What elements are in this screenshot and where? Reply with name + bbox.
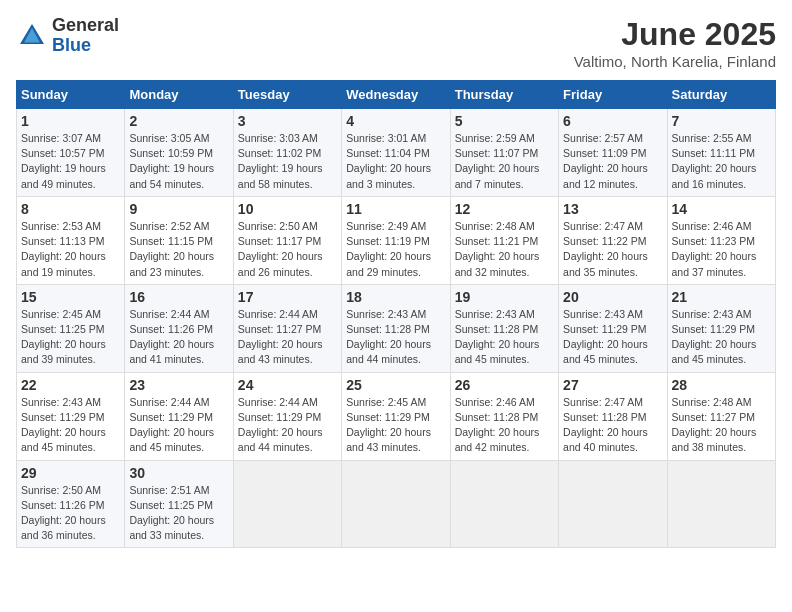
day-cell: 19Sunrise: 2:43 AMSunset: 11:28 PMDaylig… — [450, 284, 558, 372]
day-number: 8 — [21, 201, 120, 217]
day-number: 12 — [455, 201, 554, 217]
day-info: Sunrise: 2:44 AMSunset: 11:29 PMDaylight… — [238, 395, 337, 456]
day-cell: 18Sunrise: 2:43 AMSunset: 11:28 PMDaylig… — [342, 284, 450, 372]
day-number: 2 — [129, 113, 228, 129]
header-cell-tuesday: Tuesday — [233, 81, 341, 109]
header-cell-sunday: Sunday — [17, 81, 125, 109]
day-number: 25 — [346, 377, 445, 393]
day-cell: 1Sunrise: 3:07 AMSunset: 10:57 PMDayligh… — [17, 109, 125, 197]
day-cell: 2Sunrise: 3:05 AMSunset: 10:59 PMDayligh… — [125, 109, 233, 197]
day-cell: 4Sunrise: 3:01 AMSunset: 11:04 PMDayligh… — [342, 109, 450, 197]
day-number: 24 — [238, 377, 337, 393]
day-cell: 9Sunrise: 2:52 AMSunset: 11:15 PMDayligh… — [125, 196, 233, 284]
day-cell: 30Sunrise: 2:51 AMSunset: 11:25 PMDaylig… — [125, 460, 233, 548]
day-cell: 13Sunrise: 2:47 AMSunset: 11:22 PMDaylig… — [559, 196, 667, 284]
day-number: 27 — [563, 377, 662, 393]
day-info: Sunrise: 3:01 AMSunset: 11:04 PMDaylight… — [346, 131, 445, 192]
week-row-2: 8Sunrise: 2:53 AMSunset: 11:13 PMDayligh… — [17, 196, 776, 284]
day-info: Sunrise: 2:44 AMSunset: 11:29 PMDaylight… — [129, 395, 228, 456]
day-info: Sunrise: 2:59 AMSunset: 11:07 PMDaylight… — [455, 131, 554, 192]
day-info: Sunrise: 2:46 AMSunset: 11:23 PMDaylight… — [672, 219, 771, 280]
day-number: 20 — [563, 289, 662, 305]
day-number: 19 — [455, 289, 554, 305]
day-number: 6 — [563, 113, 662, 129]
week-row-3: 15Sunrise: 2:45 AMSunset: 11:25 PMDaylig… — [17, 284, 776, 372]
day-cell — [450, 460, 558, 548]
logo-text: General Blue — [52, 16, 119, 56]
day-info: Sunrise: 2:46 AMSunset: 11:28 PMDaylight… — [455, 395, 554, 456]
day-cell: 14Sunrise: 2:46 AMSunset: 11:23 PMDaylig… — [667, 196, 775, 284]
day-number: 17 — [238, 289, 337, 305]
day-number: 5 — [455, 113, 554, 129]
day-info: Sunrise: 2:49 AMSunset: 11:19 PMDaylight… — [346, 219, 445, 280]
header: General Blue June 2025 Valtimo, North Ka… — [16, 16, 776, 70]
day-info: Sunrise: 2:48 AMSunset: 11:27 PMDaylight… — [672, 395, 771, 456]
day-cell: 20Sunrise: 2:43 AMSunset: 11:29 PMDaylig… — [559, 284, 667, 372]
logo-general: General — [52, 16, 119, 36]
day-info: Sunrise: 2:48 AMSunset: 11:21 PMDaylight… — [455, 219, 554, 280]
header-row: SundayMondayTuesdayWednesdayThursdayFrid… — [17, 81, 776, 109]
day-info: Sunrise: 2:51 AMSunset: 11:25 PMDaylight… — [129, 483, 228, 544]
header-cell-wednesday: Wednesday — [342, 81, 450, 109]
day-info: Sunrise: 2:43 AMSunset: 11:28 PMDaylight… — [455, 307, 554, 368]
day-number: 9 — [129, 201, 228, 217]
month-title: June 2025 — [574, 16, 776, 53]
day-info: Sunrise: 2:55 AMSunset: 11:11 PMDaylight… — [672, 131, 771, 192]
location-title: Valtimo, North Karelia, Finland — [574, 53, 776, 70]
day-number: 13 — [563, 201, 662, 217]
day-info: Sunrise: 2:44 AMSunset: 11:27 PMDaylight… — [238, 307, 337, 368]
day-number: 30 — [129, 465, 228, 481]
day-cell: 24Sunrise: 2:44 AMSunset: 11:29 PMDaylig… — [233, 372, 341, 460]
day-info: Sunrise: 2:43 AMSunset: 11:29 PMDaylight… — [563, 307, 662, 368]
day-info: Sunrise: 2:57 AMSunset: 11:09 PMDaylight… — [563, 131, 662, 192]
day-info: Sunrise: 2:52 AMSunset: 11:15 PMDaylight… — [129, 219, 228, 280]
day-info: Sunrise: 3:03 AMSunset: 11:02 PMDaylight… — [238, 131, 337, 192]
day-cell — [342, 460, 450, 548]
day-cell: 6Sunrise: 2:57 AMSunset: 11:09 PMDayligh… — [559, 109, 667, 197]
day-cell: 23Sunrise: 2:44 AMSunset: 11:29 PMDaylig… — [125, 372, 233, 460]
day-info: Sunrise: 2:45 AMSunset: 11:29 PMDaylight… — [346, 395, 445, 456]
day-cell: 16Sunrise: 2:44 AMSunset: 11:26 PMDaylig… — [125, 284, 233, 372]
day-number: 4 — [346, 113, 445, 129]
week-row-4: 22Sunrise: 2:43 AMSunset: 11:29 PMDaylig… — [17, 372, 776, 460]
day-cell: 5Sunrise: 2:59 AMSunset: 11:07 PMDayligh… — [450, 109, 558, 197]
day-cell — [559, 460, 667, 548]
day-info: Sunrise: 2:44 AMSunset: 11:26 PMDaylight… — [129, 307, 228, 368]
day-info: Sunrise: 2:53 AMSunset: 11:13 PMDaylight… — [21, 219, 120, 280]
day-cell: 3Sunrise: 3:03 AMSunset: 11:02 PMDayligh… — [233, 109, 341, 197]
day-number: 7 — [672, 113, 771, 129]
day-cell: 27Sunrise: 2:47 AMSunset: 11:28 PMDaylig… — [559, 372, 667, 460]
day-info: Sunrise: 2:43 AMSunset: 11:28 PMDaylight… — [346, 307, 445, 368]
day-cell: 10Sunrise: 2:50 AMSunset: 11:17 PMDaylig… — [233, 196, 341, 284]
day-number: 1 — [21, 113, 120, 129]
day-number: 15 — [21, 289, 120, 305]
day-number: 21 — [672, 289, 771, 305]
header-cell-monday: Monday — [125, 81, 233, 109]
day-info: Sunrise: 3:07 AMSunset: 10:57 PMDaylight… — [21, 131, 120, 192]
day-number: 18 — [346, 289, 445, 305]
day-number: 22 — [21, 377, 120, 393]
day-number: 23 — [129, 377, 228, 393]
day-info: Sunrise: 2:50 AMSunset: 11:17 PMDaylight… — [238, 219, 337, 280]
logo-icon — [16, 20, 48, 52]
day-cell: 17Sunrise: 2:44 AMSunset: 11:27 PMDaylig… — [233, 284, 341, 372]
day-cell: 12Sunrise: 2:48 AMSunset: 11:21 PMDaylig… — [450, 196, 558, 284]
week-row-1: 1Sunrise: 3:07 AMSunset: 10:57 PMDayligh… — [17, 109, 776, 197]
day-number: 16 — [129, 289, 228, 305]
day-info: Sunrise: 2:47 AMSunset: 11:22 PMDaylight… — [563, 219, 662, 280]
week-row-5: 29Sunrise: 2:50 AMSunset: 11:26 PMDaylig… — [17, 460, 776, 548]
day-number: 26 — [455, 377, 554, 393]
day-info: Sunrise: 2:45 AMSunset: 11:25 PMDaylight… — [21, 307, 120, 368]
header-cell-saturday: Saturday — [667, 81, 775, 109]
logo: General Blue — [16, 16, 119, 56]
day-info: Sunrise: 2:50 AMSunset: 11:26 PMDaylight… — [21, 483, 120, 544]
day-info: Sunrise: 2:43 AMSunset: 11:29 PMDaylight… — [21, 395, 120, 456]
day-info: Sunrise: 2:43 AMSunset: 11:29 PMDaylight… — [672, 307, 771, 368]
day-cell: 26Sunrise: 2:46 AMSunset: 11:28 PMDaylig… — [450, 372, 558, 460]
day-cell: 8Sunrise: 2:53 AMSunset: 11:13 PMDayligh… — [17, 196, 125, 284]
day-number: 28 — [672, 377, 771, 393]
logo-blue: Blue — [52, 36, 119, 56]
day-number: 10 — [238, 201, 337, 217]
day-cell — [667, 460, 775, 548]
header-cell-thursday: Thursday — [450, 81, 558, 109]
